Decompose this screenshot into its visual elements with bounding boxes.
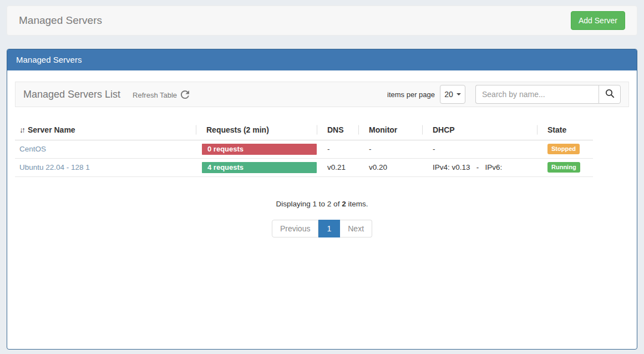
pagination-page-1[interactable]: 1 — [318, 220, 340, 237]
items-per-page-value: 20 — [444, 90, 453, 99]
server-link-centos[interactable]: CentOS — [19, 145, 46, 153]
column-header-dns: DNS — [323, 120, 364, 140]
toolbar-right: items per page 20 — [387, 85, 621, 104]
dns-cell: - — [323, 140, 364, 158]
items-per-page-select[interactable]: 20 — [440, 85, 465, 104]
pagination: Previous 1 Next — [15, 220, 629, 237]
column-label: Requests (2 min) — [206, 125, 269, 134]
column-label: Server Name — [28, 125, 75, 134]
column-label: Monitor — [369, 125, 397, 134]
column-header-state: State — [543, 120, 593, 140]
column-header-dhcp: DHCP — [428, 120, 543, 140]
page-title: Managed Servers — [19, 14, 102, 27]
monitor-cell: - — [364, 140, 428, 158]
requests-bar: 4 requests — [202, 162, 317, 173]
search-group — [475, 85, 621, 104]
table-header-row: ↓↑Server Name Requests (2 min) DNS Monit… — [15, 120, 593, 140]
search-icon — [605, 89, 615, 100]
table-row: Ubuntu 22.04 - 128 1 4 requests v0.21 v0… — [15, 158, 593, 176]
state-badge: Stopped — [547, 144, 580, 154]
toolbar-left: Managed Servers List Refresh Table — [23, 89, 189, 100]
pagination-next[interactable]: Next — [340, 220, 372, 237]
table-row: CentOS 0 requests - - - Stopped — [15, 140, 593, 158]
search-input[interactable] — [475, 85, 599, 104]
panel-heading: Managed Servers — [7, 49, 637, 70]
refresh-table-button[interactable]: Refresh Table — [133, 90, 189, 100]
panel-body: Managed Servers List Refresh Table items… — [7, 70, 637, 237]
displaying-suffix: items. — [346, 200, 368, 208]
monitor-cell: v0.20 — [364, 158, 428, 176]
column-header-server-name[interactable]: ↓↑Server Name — [15, 120, 202, 140]
page-header: Managed Servers Add Server — [7, 6, 637, 36]
dns-cell: v0.21 — [323, 158, 364, 176]
managed-servers-panel: Managed Servers Managed Servers List Ref… — [7, 49, 637, 350]
refresh-table-label: Refresh Table — [133, 91, 177, 99]
servers-table: ↓↑Server Name Requests (2 min) DNS Monit… — [15, 120, 593, 177]
displaying-count: 2 — [342, 200, 346, 208]
column-header-monitor: Monitor — [364, 120, 428, 140]
caret-down-icon — [457, 93, 461, 95]
refresh-icon — [181, 90, 189, 100]
list-toolbar: Managed Servers List Refresh Table items… — [15, 82, 629, 107]
requests-bar: 0 requests — [202, 144, 317, 155]
column-header-requests: Requests (2 min) — [202, 120, 323, 140]
column-label: DHCP — [433, 125, 455, 134]
dhcp-cell: - — [428, 140, 543, 158]
items-per-page-label: items per page — [387, 90, 435, 99]
column-label: State — [547, 125, 566, 134]
search-button[interactable] — [599, 85, 621, 104]
add-server-button[interactable]: Add Server — [571, 11, 625, 30]
pagination-previous[interactable]: Previous — [272, 220, 318, 237]
sort-icon: ↓↑ — [19, 125, 24, 134]
column-label: DNS — [327, 125, 344, 134]
server-link-ubuntu[interactable]: Ubuntu 22.04 - 128 1 — [19, 163, 90, 171]
displaying-prefix: Displaying 1 to 2 of — [276, 200, 342, 208]
displaying-summary: Displaying 1 to 2 of 2 items. — [15, 200, 629, 208]
list-title: Managed Servers List — [23, 89, 120, 100]
state-badge: Running — [547, 162, 580, 172]
dhcp-cell: IPv4: v0.13 - IPv6: — [428, 158, 543, 176]
